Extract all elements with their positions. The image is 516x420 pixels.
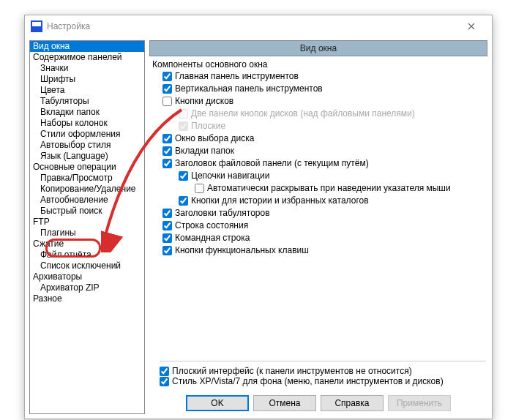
option-checkbox[interactable]	[162, 134, 172, 143]
option-label: Кнопки функциональных клавиш	[175, 245, 309, 255]
option-row: Две панели кнопок дисков (над файловыми …	[179, 108, 487, 119]
bottom-options: Плоский интерфейс (к панели инструментов…	[160, 361, 486, 386]
tree-item[interactable]: Правка/Просмотр	[30, 173, 144, 184]
tree-item[interactable]: Содержимое панелей	[30, 52, 144, 63]
option-label: Кнопки дисков	[175, 96, 233, 106]
tree-item[interactable]: Архиваторы	[30, 271, 144, 282]
tree-item[interactable]: Файл отчёта	[30, 250, 144, 260]
option-label: Строка состояния	[175, 220, 248, 230]
dialog-body: Вид окнаСодержимое панелейЗначкиШрифтыЦв…	[25, 37, 492, 419]
option-row[interactable]: Строка состояния	[162, 220, 487, 230]
option-row[interactable]: Цепочки навигации	[179, 170, 487, 181]
option-label: Вкладки папок	[175, 146, 234, 156]
option-checkbox[interactable]	[162, 159, 172, 168]
option-checkbox[interactable]	[162, 72, 172, 81]
option-label: Заголовки табуляторов	[175, 208, 270, 218]
tree-item[interactable]: Основные операции	[30, 162, 144, 173]
settings-panel: Вид окна Компоненты основного окна Главн…	[149, 40, 487, 414]
tree-item[interactable]: Вкладки папок	[30, 107, 144, 118]
option-label: Главная панель инструментов	[175, 71, 299, 81]
tree-item[interactable]: Список исключений	[30, 260, 144, 271]
tree-item[interactable]: Архиватор ZIP	[30, 282, 144, 293]
option-checkbox[interactable]	[162, 233, 172, 243]
tree-item[interactable]: Наборы колонок	[30, 118, 144, 129]
option-row[interactable]: Кнопки для истории и избранных каталогов	[179, 195, 487, 206]
option-row[interactable]: Автоматически раскрывать при наведении у…	[195, 183, 487, 193]
option-label: Заголовок файловой панели (с текущим пут…	[175, 158, 369, 168]
option-checkbox[interactable]	[195, 184, 204, 193]
tree-item[interactable]: Разное	[30, 293, 144, 304]
tree-item[interactable]: Автовыбор стиля	[30, 140, 144, 151]
titlebar: Настройка	[25, 15, 492, 37]
option-label: Автоматически раскрывать при наведении у…	[207, 183, 451, 193]
tree-item[interactable]: Табуляторы	[30, 96, 144, 107]
option-label: Плоский интерфейс (к панели инструментов…	[172, 366, 412, 376]
option-label: Плоские	[191, 121, 225, 131]
tree-item[interactable]: Автообновление	[30, 195, 144, 206]
option-label: Две панели кнопок дисков (над файловыми …	[191, 108, 415, 119]
option-row[interactable]: Вкладки папок	[162, 146, 487, 156]
option-label: Окно выбора диска	[175, 133, 254, 143]
option-checkbox[interactable]	[162, 84, 172, 94]
option-row[interactable]: Кнопки дисков	[162, 96, 487, 106]
option-label: Цепочки навигации	[191, 170, 269, 181]
close-button[interactable]	[457, 16, 486, 37]
tree-item[interactable]: Сжатие	[30, 239, 144, 250]
options-group: Главная панель инструментовВертикальная …	[149, 71, 487, 356]
tree-item[interactable]: Шрифты	[30, 74, 144, 85]
option-checkbox[interactable]	[160, 377, 169, 386]
settings-dialog: Настройка Вид окнаСодержимое панелейЗнач…	[24, 15, 493, 419]
cancel-button[interactable]: Отмена	[253, 395, 316, 411]
group-title: Компоненты основного окна	[149, 58, 487, 71]
option-row[interactable]: Кнопки функциональных клавиш	[162, 245, 487, 255]
tree-item[interactable]: Стили оформления	[30, 129, 144, 140]
option-checkbox[interactable]	[179, 171, 188, 181]
tree-item[interactable]: Значки	[30, 63, 144, 74]
option-checkbox[interactable]	[162, 246, 172, 255]
option-checkbox[interactable]	[160, 367, 169, 376]
option-checkbox[interactable]	[162, 146, 172, 156]
settings-tree[interactable]: Вид окнаСодержимое панелейЗначкиШрифтыЦв…	[29, 40, 145, 414]
option-row[interactable]: Вертикальная панель инструментов	[162, 83, 487, 94]
option-row[interactable]: Главная панель инструментов	[162, 71, 487, 81]
close-icon	[468, 23, 475, 30]
apply-button[interactable]: Применить	[388, 395, 451, 411]
option-checkbox[interactable]	[162, 97, 172, 106]
tree-item[interactable]: Цвета	[30, 85, 144, 96]
option-checkbox	[179, 109, 188, 119]
option-label: Командная строка	[175, 233, 250, 243]
bottom-option-row[interactable]: Плоский интерфейс (к панели инструментов…	[160, 366, 486, 376]
option-checkbox[interactable]	[162, 221, 172, 230]
tree-item[interactable]: Копирование/Удаление	[30, 184, 144, 195]
ok-button[interactable]: OK	[186, 395, 249, 411]
option-label: Кнопки для истории и избранных каталогов	[191, 195, 369, 206]
dialog-buttons: OK Отмена Справка Применить	[149, 389, 487, 414]
window-title: Настройка	[47, 21, 457, 31]
tree-item[interactable]: FTP	[30, 217, 144, 228]
option-row: Плоские	[179, 121, 487, 131]
bottom-option-row[interactable]: Стиль XP/Vista/7 для фона (меню, панели …	[160, 376, 486, 386]
tree-item[interactable]: Быстрый поиск	[30, 206, 144, 217]
option-label: Вертикальная панель инструментов	[175, 83, 323, 94]
option-row[interactable]: Заголовки табуляторов	[162, 208, 487, 218]
app-icon	[31, 20, 42, 32]
section-header: Вид окна	[149, 40, 487, 56]
help-button[interactable]: Справка	[321, 395, 384, 411]
option-checkbox	[179, 121, 188, 131]
tree-item[interactable]: Плагины	[30, 228, 144, 239]
option-checkbox[interactable]	[179, 196, 188, 206]
option-row[interactable]: Командная строка	[162, 233, 487, 243]
tree-item[interactable]: Вид окна	[30, 41, 144, 52]
option-label: Стиль XP/Vista/7 для фона (меню, панели …	[172, 376, 444, 386]
option-row[interactable]: Окно выбора диска	[162, 133, 487, 143]
option-row[interactable]: Заголовок файловой панели (с текущим пут…	[162, 158, 487, 168]
tree-item[interactable]: Язык (Language)	[30, 151, 144, 162]
option-checkbox[interactable]	[162, 209, 172, 218]
